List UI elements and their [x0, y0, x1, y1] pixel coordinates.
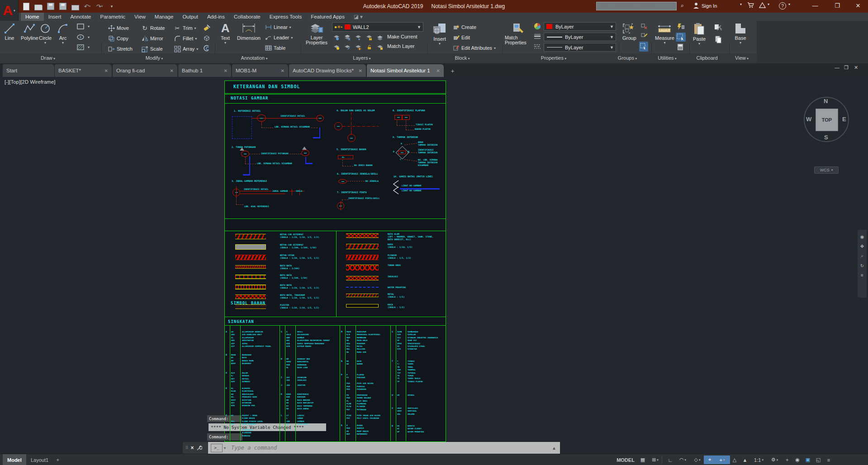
panel-label-block[interactable]: Block ▾ — [455, 55, 470, 61]
viewcube-east[interactable]: E — [842, 116, 846, 123]
match-properties-button[interactable]: Match Properties — [505, 23, 532, 45]
model-tab[interactable]: Model — [3, 454, 26, 465]
ribbon-tab-annotate[interactable]: Annotate — [66, 13, 95, 21]
layer-isolate-icon[interactable] — [344, 34, 351, 41]
wcs-dropdown[interactable]: WCS▾ — [814, 166, 839, 174]
tab-close-icon[interactable]: ✕ — [436, 68, 440, 73]
cut-icon[interactable] — [714, 24, 722, 33]
tab-close-icon[interactable]: ✕ — [224, 68, 228, 73]
calculator-icon[interactable] — [677, 43, 684, 52]
create-block-button[interactable]: Create — [452, 24, 476, 31]
ellipse-dropdown-icon[interactable]: ▾ — [88, 35, 90, 39]
leader-button[interactable]: Leader▾ — [265, 34, 293, 41]
open-button[interactable] — [34, 2, 43, 11]
stretch-button[interactable]: Stretch — [108, 45, 133, 52]
file-tab-start[interactable]: Start — [3, 64, 54, 77]
customization-menu-toggle[interactable]: ≡ — [823, 456, 835, 464]
ellipse-tool-button[interactable] — [76, 33, 86, 41]
snap-mode-toggle[interactable]: ⊞▾ — [647, 456, 663, 464]
hatch-dropdown-icon[interactable]: ▾ — [88, 45, 90, 49]
layer-dropdown[interactable]: ● ✳ ▪ WALL2 ▼ — [332, 22, 423, 32]
select-window-icon[interactable] — [676, 33, 686, 42]
search-input[interactable] — [599, 3, 674, 9]
showmotion-icon[interactable]: ≡ — [861, 273, 863, 278]
panel-label-layers[interactable]: Layers ▾ — [353, 55, 370, 61]
layout1-tab[interactable]: Layout1 — [26, 454, 53, 465]
minimize-button[interactable]: — — [809, 2, 821, 9]
ribbon-tab-parametric[interactable]: Parametric — [96, 13, 130, 21]
hatch-tool-button[interactable] — [76, 43, 86, 52]
panel-label-utilities[interactable]: Utilities ▾ — [658, 55, 677, 61]
match-layer-icon[interactable] — [376, 43, 384, 51]
help-search-box[interactable] — [596, 2, 677, 10]
layer-unlock2-icon[interactable] — [365, 43, 373, 51]
command-close-icon[interactable]: × — [191, 445, 194, 451]
group-button[interactable]: Group — [622, 23, 636, 41]
group-selection-toggle[interactable] — [639, 42, 648, 52]
tab-close-icon[interactable]: ✕ — [170, 68, 174, 73]
dimension-button[interactable]: Dimension — [237, 22, 261, 41]
new-file-button[interactable] — [22, 2, 31, 11]
table-button[interactable]: Table — [265, 44, 285, 52]
circle-button[interactable]: Circle▾ — [39, 23, 52, 44]
ribbon-tab-home[interactable]: Home — [21, 13, 44, 21]
tab-close-icon[interactable]: ✕ — [281, 68, 285, 73]
ungroup-icon[interactable] — [640, 23, 648, 31]
panel-label-annotation[interactable]: Annotation ▾ — [241, 55, 268, 61]
paste-button[interactable]: Paste▾ — [693, 23, 706, 45]
arc-button[interactable]: Arc▾ — [57, 23, 69, 44]
viewcube-north[interactable]: N — [824, 98, 828, 104]
scale-button[interactable]: Scale — [141, 45, 163, 52]
app-menu-button[interactable]: A ▾ — [0, 0, 19, 21]
orbit-icon[interactable]: ↻ — [860, 263, 864, 268]
viewcube-west[interactable]: W — [806, 116, 811, 123]
rectangle-dropdown-icon[interactable]: ▾ — [88, 24, 90, 28]
command-history-toggle-icon[interactable]: ▲ — [552, 446, 556, 451]
command-dock[interactable]: ⠿ × — [183, 442, 208, 454]
command-bar[interactable]: >_ ▾ ▲ — [208, 442, 560, 454]
panel-label-view[interactable]: View ▾ — [735, 55, 749, 61]
drawing-close-button[interactable]: ✕ — [854, 65, 858, 71]
rotate-button[interactable]: ↻ Rotate — [141, 24, 165, 32]
linetype-icon[interactable] — [534, 43, 541, 52]
model-space-toggle[interactable]: MODEL — [613, 456, 638, 464]
layer-on2-icon[interactable] — [333, 43, 340, 51]
qat-customize-button[interactable]: ▾ — [107, 2, 116, 11]
linetype-dropdown[interactable]: ByLayer▼ — [544, 43, 616, 52]
command-customize-wrench-icon[interactable] — [196, 445, 202, 451]
close-button[interactable]: ✕ — [852, 2, 864, 9]
file-tab-orang-fi-cad[interactable]: Orang fi-cad✕ — [113, 64, 177, 77]
ribbon-tab-insert[interactable]: Insert — [44, 13, 66, 21]
polar-tracking-toggle[interactable]: ◠▾ — [675, 456, 691, 464]
file-tab-notasi-simbol-arsitektur-1[interactable]: Notasi Simbol Arsitektur 1✕ — [367, 64, 444, 77]
layer-properties-button[interactable]: Layer Properties — [304, 23, 329, 45]
viewcube-south[interactable]: S — [824, 134, 828, 141]
group-edit-icon[interactable] — [640, 33, 648, 41]
zoom-icon[interactable]: ⌕ — [861, 253, 863, 259]
pan-icon[interactable]: ✥ — [860, 244, 864, 249]
layer-sun-icon[interactable] — [355, 43, 362, 51]
move-button[interactable]: Move — [108, 24, 129, 32]
ribbon-tab-express-tools[interactable]: Express Tools — [265, 13, 306, 21]
undo-button[interactable]: ↶▾ — [83, 2, 92, 11]
viewcube-top-face[interactable]: TOP — [816, 109, 838, 131]
tab-close-icon[interactable]: ✕ — [104, 68, 108, 73]
isodraft-toggle[interactable]: ◇▾ — [689, 456, 705, 464]
panel-label-properties[interactable]: Properties ▾ — [541, 55, 566, 61]
panel-label-modify[interactable]: Modify ▾ — [146, 55, 163, 61]
drawing-minimize-button[interactable]: — — [835, 65, 840, 70]
ribbon-tab-view[interactable]: View — [130, 13, 150, 21]
command-input[interactable] — [230, 444, 503, 451]
edit-attributes-button[interactable]: Edit Attributes▾ — [452, 44, 496, 52]
maximize-button[interactable]: ❐ — [831, 2, 843, 9]
ribbon-tab-add-ins[interactable]: Add-ins — [203, 13, 229, 21]
edit-block-button[interactable]: Edit — [452, 34, 470, 41]
command-prompt-icon[interactable]: >_ — [211, 444, 223, 452]
lineweight-icon[interactable] — [534, 33, 541, 42]
help-dropdown-icon[interactable]: ▾ — [788, 2, 790, 6]
color-wheel-icon[interactable] — [534, 23, 541, 32]
line-button[interactable]: Line — [4, 23, 15, 41]
new-drawing-tab-button[interactable]: ＋ — [450, 67, 455, 75]
full-navigation-wheel-icon[interactable]: ◉ — [860, 234, 864, 239]
offset-button[interactable] — [203, 44, 211, 54]
